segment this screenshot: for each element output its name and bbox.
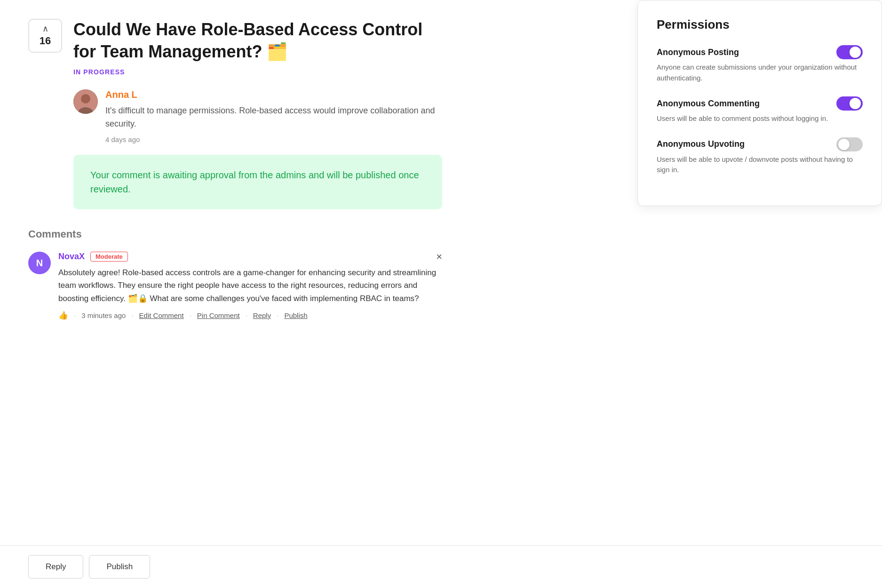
close-comment-button[interactable]: × — [436, 252, 442, 262]
post-header: ∧ 16 Could We Have Role-Based Access Con… — [28, 19, 442, 76]
permission-row-commenting: Anonymous Commenting — [657, 96, 863, 111]
publish-button[interactable]: Publish — [89, 555, 150, 579]
avatar-image — [73, 89, 98, 114]
avatar — [73, 89, 98, 114]
author-name: Anna L — [105, 89, 442, 100]
moderate-badge[interactable]: Moderate — [90, 252, 128, 262]
edit-comment-link[interactable]: Edit Comment — [139, 311, 184, 319]
comment-time: 3 minutes ago — [81, 311, 126, 319]
approval-text: Your comment is awaiting approval from t… — [90, 168, 425, 196]
toggle-thumb-posting — [850, 47, 861, 58]
permission-desc-upvoting: Users will be able to upvote / downvote … — [657, 154, 863, 175]
toggle-track-commenting — [836, 96, 863, 111]
separator-2: · — [131, 311, 133, 319]
permission-desc-posting: Anyone can create submissions under your… — [657, 62, 863, 83]
approval-banner: Your comment is awaiting approval from t… — [73, 155, 442, 209]
toggle-upvoting[interactable] — [836, 137, 863, 151]
vote-box[interactable]: ∧ 16 — [28, 19, 62, 53]
vote-count: 16 — [40, 35, 51, 47]
separator-1: · — [74, 311, 76, 319]
bottom-bar: Reply Publish — [0, 545, 882, 588]
post-title: Could We Have Role-Based Access Control … — [73, 19, 442, 63]
comment-text: Absolutely agree! Role-based access cont… — [58, 266, 442, 305]
permission-row-upvoting: Anonymous Upvoting — [657, 137, 863, 151]
permission-desc-commenting: Users will be able to comment posts with… — [657, 113, 863, 124]
main-content: ∧ 16 Could We Have Role-Based Access Con… — [0, 0, 470, 349]
permission-item-upvoting: Anonymous Upvoting Users will be able to… — [657, 137, 863, 175]
permission-item-posting: Anonymous Posting Anyone can create subm… — [657, 45, 863, 83]
toggle-thumb-upvoting — [838, 139, 850, 150]
upvote-chevron-icon: ∧ — [42, 24, 48, 33]
permission-label-posting: Anonymous Posting — [657, 48, 739, 57]
comment-avatar-initial: N — [36, 258, 43, 269]
separator-4: · — [246, 311, 247, 319]
publish-link[interactable]: Publish — [284, 311, 307, 319]
svg-point-1 — [81, 94, 90, 103]
toggle-track-upvoting — [836, 137, 863, 151]
author-section: Anna L It's difficult to manage permissi… — [73, 89, 442, 144]
toggle-thumb-commenting — [850, 98, 861, 109]
separator-3: · — [190, 311, 191, 319]
post-title-area: Could We Have Role-Based Access Control … — [73, 19, 442, 76]
comment-author: NovaX — [58, 252, 85, 262]
permission-row-posting: Anonymous Posting — [657, 45, 863, 59]
toggle-posting[interactable] — [836, 45, 863, 59]
comment-header: NovaX Moderate — [58, 252, 442, 262]
reply-link[interactable]: Reply — [253, 311, 271, 319]
permissions-title: Permissions — [657, 17, 863, 32]
toggle-commenting[interactable] — [836, 96, 863, 111]
reply-button[interactable]: Reply — [28, 555, 83, 579]
author-content: Anna L It's difficult to manage permissi… — [105, 89, 442, 144]
comment-actions: 👍 · 3 minutes ago · Edit Comment · Pin C… — [58, 310, 442, 320]
post-time: 4 days ago — [105, 135, 442, 143]
toggle-track-posting — [836, 45, 863, 59]
comments-title: Comments — [28, 228, 442, 240]
status-badge: IN PROGRESS — [73, 68, 125, 76]
permission-label-commenting: Anonymous Commenting — [657, 99, 760, 109]
comments-section: Comments N NovaX Moderate Absolutely agr… — [28, 228, 442, 320]
permission-label-upvoting: Anonymous Upvoting — [657, 139, 745, 149]
thumbs-up-icon[interactable]: 👍 — [58, 310, 68, 320]
permission-item-commenting: Anonymous Commenting Users will be able … — [657, 96, 863, 124]
separator-5: · — [277, 311, 278, 319]
post-body: It's difficult to manage permissions. Ro… — [105, 104, 442, 131]
permissions-popup: Permissions Anonymous Posting Anyone can… — [637, 0, 882, 206]
pin-comment-link[interactable]: Pin Comment — [197, 311, 240, 319]
comment-item: N NovaX Moderate Absolutely agree! Role-… — [28, 252, 442, 320]
comment-avatar: N — [28, 252, 51, 274]
comment-body: NovaX Moderate Absolutely agree! Role-ba… — [58, 252, 442, 320]
